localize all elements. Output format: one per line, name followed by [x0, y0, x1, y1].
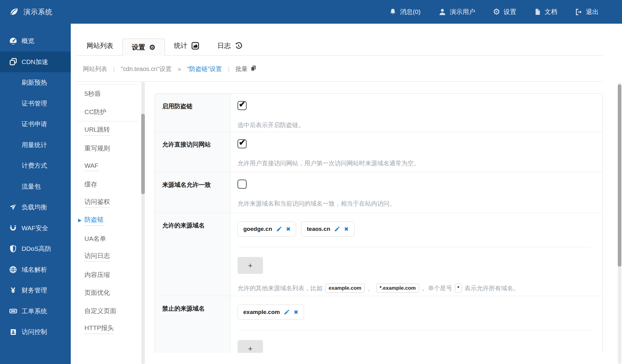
content-area: 网站列表 设置 ⚙ 统计 日志 网站列表 | "cdn.teaos.cn"设置 …	[71, 24, 622, 364]
globe-icon	[8, 266, 18, 274]
denied-domain-tags: example.com ✖	[238, 305, 596, 320]
edit-icon[interactable]	[284, 309, 290, 315]
magnet-icon	[8, 224, 18, 232]
form-row-enable-referer: 启用防盗链 ✔ 选中后表示开启防盗链。	[155, 94, 603, 132]
allow-direct-checkbox[interactable]: ✔	[238, 139, 247, 148]
add-denied-domain-button[interactable]: +	[238, 340, 263, 353]
sidebar-item-cdn[interactable]: CDN加速	[0, 52, 71, 72]
sidebar-item-cert-manage[interactable]: 证书管理	[0, 93, 71, 114]
id-card-icon	[8, 328, 18, 336]
clone-icon	[8, 58, 18, 66]
subnav-item-custom-pages[interactable]: 自定义页面	[77, 302, 138, 320]
logout-button[interactable]: 退出	[566, 8, 607, 16]
docs-button[interactable]: 文档	[525, 8, 566, 16]
allow-same-domain-checkbox[interactable]	[238, 180, 247, 189]
batch-button[interactable]: 批量	[235, 65, 257, 73]
sidebar-item-access-control[interactable]: 访问控制	[0, 322, 71, 342]
add-allowed-domain-button[interactable]: +	[238, 257, 263, 274]
tab-logs[interactable]: 日志	[208, 36, 251, 56]
breadcrumb: 网站列表 | "cdn.teaos.cn"设置 » "防盗链"设置 | 批量	[83, 62, 257, 76]
check-icon: ✔	[239, 138, 246, 147]
example-code: *	[455, 284, 462, 293]
subnav-item-rewrite-rules[interactable]: 重写规则	[77, 140, 138, 158]
breadcrumb-referer-settings[interactable]: "防盗链"设置	[187, 65, 222, 73]
subnav-item-referer[interactable]: ▶ 防盗链	[77, 212, 138, 230]
subnav-item-5s-shield[interactable]: 5秒盾	[77, 85, 138, 103]
user-menu-button[interactable]: 演示用户	[429, 8, 484, 16]
subnav-item-access-log[interactable]: 访问日志	[77, 248, 138, 266]
tab-stats[interactable]: 统计	[165, 36, 208, 56]
sidebar-item-usage-stats[interactable]: 用量统计	[0, 135, 71, 156]
field-hint: 选中后表示开启防盗链。	[238, 121, 596, 129]
subnav-item-access-auth[interactable]: 访问鉴权	[77, 194, 138, 212]
sign-out-icon	[575, 8, 583, 16]
form-row-denied-domains: 禁止的来源域名 example.com ✖ +	[155, 296, 603, 353]
tab-bar: 网站列表 设置 ⚙ 统计 日志	[77, 36, 251, 56]
tab-settings[interactable]: 设置 ⚙	[122, 39, 165, 56]
remove-icon[interactable]: ✖	[286, 226, 290, 232]
active-arrow-icon: ▶	[78, 218, 82, 223]
remove-icon[interactable]: ✖	[344, 226, 348, 232]
sidebar-item-ddos[interactable]: DDoS高防	[0, 238, 71, 259]
tab-site-list[interactable]: 网站列表	[77, 36, 122, 56]
page-scrollbar	[618, 83, 621, 364]
breadcrumb-divider	[76, 81, 603, 82]
subnav-item-cc-protect[interactable]: CC防护	[77, 103, 138, 121]
edit-icon[interactable]	[276, 226, 282, 232]
gear-icon: ⚙	[149, 44, 156, 51]
page-scrollbar-thumb[interactable]	[618, 84, 621, 267]
remove-icon[interactable]: ✖	[294, 309, 298, 315]
domain-tag: example.com ✖	[238, 305, 304, 320]
subnav-item-ua-list[interactable]: UA名单	[77, 230, 138, 248]
brand-title: 演示系统	[23, 7, 53, 17]
file-icon	[534, 8, 541, 15]
sidebar-item-finance[interactable]: ¥ 财务管理	[0, 280, 71, 301]
sidebar-item-billing-method[interactable]: 计费方式	[0, 155, 71, 176]
sidebar-item-load-balancer[interactable]: 负载均衡	[0, 197, 71, 218]
sidebar-item-waf[interactable]: WAF安全	[0, 218, 71, 239]
sidebar-item-dns[interactable]: 域名解析	[0, 259, 71, 280]
shield-icon	[8, 245, 18, 253]
top-bar: 演示系统 消息(0) 演示用户 ⚙ 设置 文档 退出	[0, 0, 622, 24]
gear-icon: ⚙	[493, 8, 500, 16]
sidebar-item-overview[interactable]: 概览	[0, 31, 71, 52]
subnav-item-cache[interactable]: 缓存	[77, 176, 138, 194]
form-row-allow-direct: 允许直接访问网站 ✔ 允许用户直接访问网站，用户第一次访问网站时来源域名通常为空…	[155, 132, 603, 172]
gauge-icon	[8, 37, 18, 45]
sidebar-item-refresh-preheat[interactable]: 刷新预热	[0, 72, 71, 93]
subnav-item-url-redirect[interactable]: URL跳转	[77, 121, 138, 140]
settings-button[interactable]: ⚙ 设置	[484, 8, 525, 16]
enable-referer-checkbox[interactable]: ✔	[238, 101, 247, 110]
domain-tag: teaos.cn ✖	[301, 221, 354, 237]
bell-icon	[389, 8, 397, 16]
brand[interactable]: 演示系统	[0, 7, 53, 17]
sidebar-item-tickets[interactable]: 工单系统	[0, 301, 71, 322]
example-code: *.example.com	[376, 284, 419, 293]
messages-button[interactable]: 消息(0)	[380, 8, 429, 16]
topbar-menu: 消息(0) 演示用户 ⚙ 设置 文档 退出	[380, 8, 622, 16]
subnav-scrollbar	[141, 82, 145, 364]
example-code: example.com	[325, 284, 365, 293]
breadcrumb-site-list[interactable]: 网站列表	[83, 65, 107, 73]
allowed-domain-tags: goedge.cn ✖ teaos.cn ✖	[238, 221, 596, 237]
subnav-scrollbar-thumb[interactable]	[141, 114, 145, 194]
sidebar-item-cert-apply[interactable]: 证书申请	[0, 114, 71, 135]
subnav-item-page-optimize[interactable]: 页面优化	[77, 284, 138, 302]
subnav-item-http-headers[interactable]: HTTP报头	[77, 320, 138, 338]
guillemet-separator: »	[178, 66, 181, 72]
user-icon	[438, 8, 446, 16]
edit-icon[interactable]	[334, 226, 340, 232]
check-icon: ✔	[239, 99, 246, 109]
pipe-separator: |	[228, 66, 230, 72]
field-label: 启用防盗链	[155, 94, 231, 132]
domain-tag: goedge.cn ✖	[238, 221, 296, 237]
sidebar-item-traffic-package[interactable]: 流量包	[0, 176, 71, 197]
paper-plane-icon	[8, 203, 18, 211]
referer-settings-form: 启用防盗链 ✔ 选中后表示开启防盗链。 允许直接访问网站 ✔ 允许用户直接访问网…	[155, 93, 603, 353]
breadcrumb-site-settings[interactable]: "cdn.teaos.cn"设置	[121, 65, 172, 73]
field-hint: 允许用户直接访问网站，用户第一次访问网站时来源域名通常为空。	[238, 159, 596, 167]
subnav-item-waf[interactable]: WAF	[77, 157, 138, 176]
subnav-item-compression[interactable]: 内容压缩	[77, 266, 138, 284]
settings-subnav: 5秒盾 CC防护 URL跳转 重写规则 WAF 缓存 访问鉴权 ▶ 防盗链 UA…	[77, 84, 138, 338]
field-label: 允许直接访问网站	[155, 132, 231, 172]
